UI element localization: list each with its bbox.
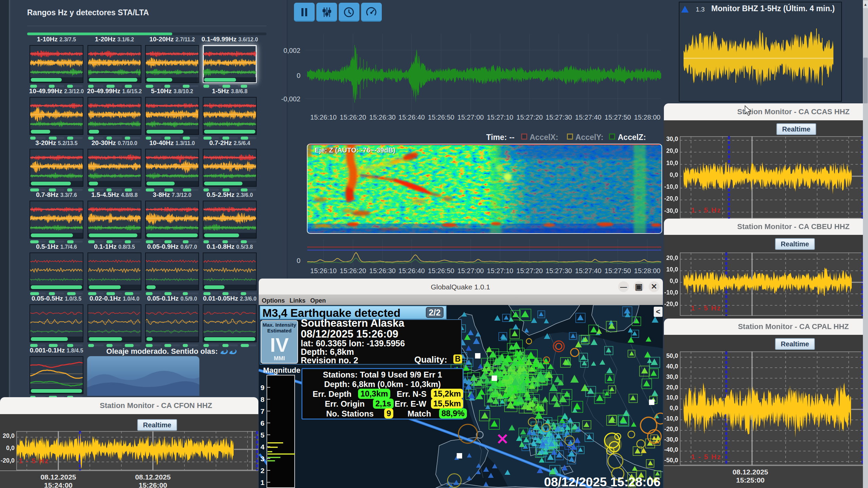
svg-text:8: 8: [260, 395, 264, 403]
svg-text:9: 9: [260, 384, 264, 391]
svg-text:3: 3: [260, 455, 264, 463]
svg-text:5: 5: [260, 431, 264, 439]
svg-text:4: 4: [260, 443, 264, 451]
svg-text:2: 2: [260, 467, 264, 474]
svg-text:6: 6: [260, 419, 264, 427]
svg-text:7: 7: [260, 407, 264, 415]
svg-text:1: 1: [260, 479, 264, 486]
